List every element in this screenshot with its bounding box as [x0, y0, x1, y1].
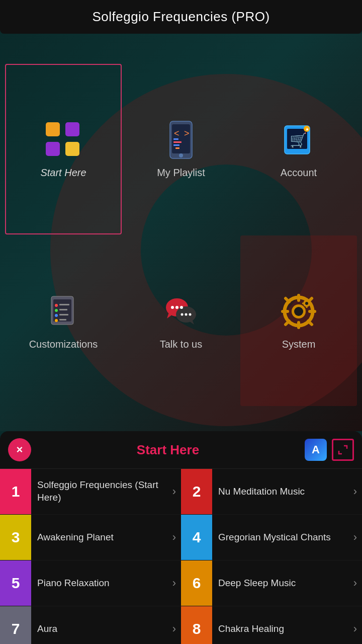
- panel-header: × Start Here A: [0, 431, 362, 469]
- list-item-2[interactable]: 2 Nu Meditation Music ›: [181, 469, 362, 515]
- item-4-arrow: ›: [353, 531, 362, 544]
- list-item-5[interactable]: 5 Piano Relaxation ›: [0, 560, 181, 606]
- svg-rect-6: [173, 144, 179, 146]
- svg-line-42: [286, 321, 289, 325]
- tile-account[interactable]: 🛒 ★ Account: [240, 64, 357, 234]
- tile-system[interactable]: System: [240, 235, 357, 406]
- list-item-3[interactable]: 3 Awakening Planet ›: [0, 515, 181, 560]
- expand-icon[interactable]: [332, 439, 354, 461]
- svg-text:★: ★: [305, 127, 309, 132]
- language-icon[interactable]: A: [305, 439, 327, 461]
- list-item-6[interactable]: 6 Deep Sleep Music ›: [181, 560, 362, 606]
- svg-point-44: [294, 307, 303, 316]
- app-title: Solfeggio Frequencies (PRO): [92, 9, 269, 24]
- svg-line-39: [286, 298, 289, 302]
- playlist-icon: < >: [161, 120, 201, 160]
- tile-talk-to-us-label: Talk to us: [160, 339, 202, 350]
- item-7-text: Aura: [31, 618, 172, 640]
- item-4-text: Gregorian Mystical Chants: [212, 526, 353, 549]
- svg-point-20: [55, 314, 58, 317]
- tile-talk-to-us[interactable]: Talk to us: [123, 235, 239, 406]
- tile-start-here-label: Start Here: [40, 167, 86, 179]
- list-item-1[interactable]: 1 Solfeggio Frequencies (Start Here) ›: [0, 469, 181, 515]
- item-1-text: Solfeggio Frequencies (Start Here): [31, 474, 172, 509]
- item-4-number: 4: [181, 515, 212, 560]
- item-2-arrow: ›: [353, 485, 362, 498]
- svg-line-40: [308, 321, 312, 325]
- start-here-list: 1 Solfeggio Frequencies (Start Here) › 2…: [0, 469, 362, 644]
- svg-point-30: [180, 306, 183, 309]
- item-1-arrow: ›: [172, 485, 181, 498]
- list-item-7[interactable]: 7 Aura ›: [0, 606, 181, 644]
- tile-my-playlist[interactable]: < > My Playlist: [123, 64, 239, 234]
- tile-customizations-label: Customizations: [29, 339, 98, 350]
- svg-rect-7: [175, 147, 179, 149]
- tile-customizations[interactable]: Customizations: [5, 235, 122, 406]
- svg-rect-19: [59, 309, 67, 310]
- main-area: Start Here < > M: [0, 34, 362, 431]
- item-5-text: Piano Relaxation: [31, 572, 172, 595]
- svg-point-16: [55, 304, 58, 307]
- app-header: Solfeggio Frequencies (PRO): [0, 0, 362, 34]
- svg-rect-4: [173, 138, 178, 140]
- tile-account-label: Account: [281, 167, 317, 179]
- item-5-arrow: ›: [172, 577, 181, 590]
- svg-point-18: [55, 309, 58, 312]
- svg-text:>: >: [184, 128, 190, 138]
- tile-system-label: System: [282, 339, 316, 350]
- list-item-4[interactable]: 4 Gregorian Mystical Chants ›: [181, 515, 362, 560]
- svg-point-46: [305, 302, 308, 305]
- customizations-icon: [43, 291, 83, 332]
- talk-icon: [161, 291, 201, 332]
- svg-rect-21: [59, 314, 68, 315]
- item-2-text: Nu Meditation Music: [212, 480, 353, 503]
- item-2-number: 2: [181, 469, 212, 514]
- item-3-text: Awakening Planet: [31, 526, 172, 549]
- svg-rect-5: [173, 141, 182, 143]
- item-6-number: 6: [181, 560, 212, 606]
- item-7-arrow: ›: [172, 622, 181, 635]
- svg-point-22: [55, 319, 58, 322]
- svg-text:🛒: 🛒: [290, 132, 307, 148]
- bottom-panel: × Start Here A 1 Solfeggio Frequencies (…: [0, 431, 362, 644]
- svg-point-31: [181, 313, 184, 316]
- svg-rect-23: [59, 319, 66, 320]
- system-icon: [279, 291, 319, 332]
- close-button[interactable]: ×: [8, 438, 31, 461]
- item-3-arrow: ›: [172, 531, 181, 544]
- svg-point-32: [185, 313, 188, 316]
- list-item-8[interactable]: 8 Chakra Healing ›: [181, 606, 362, 644]
- menu-grid: Start Here < > M: [5, 64, 357, 406]
- item-8-number: 8: [181, 606, 212, 644]
- panel-header-icons: A: [305, 439, 354, 461]
- svg-point-33: [189, 313, 192, 316]
- item-7-number: 7: [0, 606, 31, 644]
- item-8-arrow: ›: [353, 622, 362, 635]
- start-here-icon: [43, 120, 83, 160]
- item-5-number: 5: [0, 560, 31, 606]
- item-6-text: Deep Sleep Music: [212, 572, 353, 595]
- item-3-number: 3: [0, 515, 31, 560]
- panel-title: Start Here: [137, 442, 199, 458]
- tile-my-playlist-label: My Playlist: [157, 167, 205, 179]
- svg-point-8: [179, 153, 183, 157]
- item-6-arrow: ›: [353, 577, 362, 590]
- item-8-text: Chakra Healing: [212, 618, 353, 640]
- svg-point-28: [171, 306, 174, 309]
- account-icon: 🛒 ★: [279, 120, 319, 160]
- svg-point-29: [175, 306, 178, 309]
- item-1-number: 1: [0, 469, 31, 514]
- svg-text:<: <: [174, 128, 179, 138]
- svg-rect-17: [59, 304, 69, 305]
- tile-start-here[interactable]: Start Here: [5, 64, 122, 234]
